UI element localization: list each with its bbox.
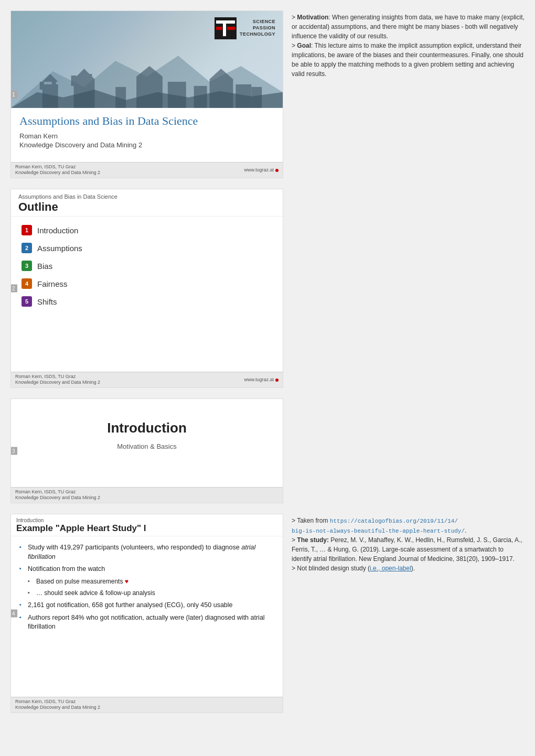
slide-card-3: Introduction Motivation & Basics Roman K… [10, 398, 283, 503]
study-label: The study: [297, 536, 329, 544]
slide1-content: Assumptions and Bias in Data Science Rom… [11, 108, 283, 154]
svg-rect-2 [223, 20, 226, 36]
slide4-title: Example "Apple Heart Study" I [16, 523, 277, 534]
list-item: … should seek advice & follow-up analysi… [19, 587, 274, 599]
tu-text: SCIENCE PASSION TECHNOLOGY [240, 19, 275, 37]
open-label-link[interactable]: i.e., open-label [370, 565, 411, 572]
outline-num-4: 4 [22, 278, 32, 289]
note-the-study: > The study: Perez, M. V., Mahaffey, K. … [292, 535, 525, 564]
tu-graz-logo-icon [215, 17, 237, 39]
bullet-list: Study with 419,297 participants (volunte… [19, 542, 274, 633]
slide-course: Knowledge Discovery and Data Mining 2 [19, 141, 274, 149]
outline-label-1: Introduction [37, 226, 78, 235]
outline-item-5: 5 Shifts [22, 296, 272, 307]
outline-item-1: 1 Introduction [22, 225, 272, 235]
page-container: SCIENCE PASSION TECHNOLOGY [0, 0, 535, 723]
slide-image-area: SCIENCE PASSION TECHNOLOGY [11, 11, 283, 108]
slide-footer-4: Roman Kern, ISDS, TU Graz Knowledge Disc… [11, 697, 283, 712]
goal-label: Goal [297, 42, 311, 49]
outline-item-2: 2 Assumptions [22, 243, 272, 253]
slide-number-badge-1: 1 [10, 91, 17, 99]
slide-author: Roman Kern [19, 132, 274, 140]
note-taken-from: > Taken from https://catalogofbias.org/2… [292, 516, 525, 535]
footer-dot-icon [275, 169, 279, 172]
slide-footer-left-3: Roman Kern, ISDS, TU Graz Knowledge Disc… [15, 489, 100, 501]
slide-notes-2 [292, 189, 525, 388]
outline-num-5: 5 [22, 296, 32, 307]
outline-label-5: Shifts [37, 297, 57, 306]
slide2-header: Assumptions and Bias in Data Science Out… [11, 189, 283, 217]
slide-footer-2: Roman Kern, ISDS, TU Graz Knowledge Disc… [11, 372, 283, 387]
slide-footer-left-4: Roman Kern, ISDS, TU Graz Knowledge Disc… [15, 699, 100, 711]
slide-footer-left-2: Roman Kern, ISDS, TU Graz Knowledge Disc… [15, 374, 100, 386]
slide-notes-4: > Taken from https://catalogofbias.org/2… [292, 514, 525, 713]
slide-footer-right-2: www.tugraz.at [244, 377, 279, 382]
tu-logo-area: SCIENCE PASSION TECHNOLOGY [215, 17, 275, 39]
intro-section-subtitle: Motivation & Basics [22, 442, 272, 450]
svg-rect-11 [71, 75, 77, 86]
slide-number-badge-4: 4 [10, 610, 17, 618]
slide-row-3: Introduction Motivation & Basics Roman K… [10, 398, 525, 503]
slide-row-2: Assumptions and Bias in Data Science Out… [10, 189, 525, 388]
slide4-sub: Introduction [16, 517, 277, 523]
slide-card-4: Introduction Example "Apple Heart Study"… [10, 514, 283, 713]
slide2-sub: Assumptions and Bias in Data Science [18, 193, 275, 200]
svg-rect-3 [216, 27, 222, 30]
motivation-label: Motivation [297, 14, 328, 21]
footer-dot-2-icon [275, 379, 279, 382]
list-item: Notification from the watch [19, 563, 274, 576]
slide2-body: 1 Introduction 2 Assumptions 3 Bias 4 Fa… [11, 217, 283, 322]
outline-label-3: Bias [37, 262, 52, 271]
outline-label-4: Fairness [37, 279, 68, 288]
outline-num-1: 1 [22, 225, 32, 235]
slide-footer-1: Roman Kern, ISDS, TU Graz Knowledge Disc… [11, 162, 283, 178]
note-motivation: > Motivation: When generating insights f… [292, 13, 525, 41]
outline-label-2: Assumptions [37, 244, 82, 253]
slide-card-1: SCIENCE PASSION TECHNOLOGY [10, 10, 283, 178]
slide2-title: Outline [18, 200, 275, 214]
slide4-header: Introduction Example "Apple Heart Study"… [11, 514, 283, 536]
list-item: Based on pulse measurements ♥ [19, 576, 274, 588]
list-item: Study with 419,297 participants (volunte… [19, 542, 274, 563]
slide-footer-3: Roman Kern, ISDS, TU Graz Knowledge Disc… [11, 487, 283, 503]
tu-logo-box: SCIENCE PASSION TECHNOLOGY [215, 17, 275, 39]
heart-icon: ♥ [125, 578, 129, 585]
slide-notes-3 [292, 398, 525, 503]
svg-rect-7 [40, 82, 44, 90]
svg-rect-4 [227, 27, 235, 30]
slide-number-badge-2: 2 [10, 285, 17, 293]
catalog-link[interactable]: https://catalogofbias.org/2019/11/14/big… [292, 518, 465, 534]
slide-title: Assumptions and Bias in Data Science [19, 114, 274, 128]
note-goal: > Goal: This lecture aims to make the im… [292, 41, 525, 79]
svg-rect-8 [52, 81, 56, 90]
slide-card-2: Assumptions and Bias in Data Science Out… [10, 189, 283, 388]
slide-notes-1: > Motivation: When generating insights f… [292, 10, 525, 178]
outline-item-4: 4 Fairness [22, 278, 272, 289]
slide-footer-right: www.tugraz.at [244, 167, 279, 172]
slide-footer-left: Roman Kern, ISDS, TU Graz Knowledge Disc… [15, 164, 100, 176]
outline-num-2: 2 [22, 243, 32, 253]
note-blinded: > Not blinded design study (i.e., open-l… [292, 564, 525, 573]
list-item: 2,161 got notification, 658 got further … [19, 599, 274, 612]
list-item: Authors report 84% who got notification,… [19, 612, 274, 633]
italic-term: atrial fibrillation [28, 544, 255, 560]
slide4-body: Study with 419,297 participants (volunte… [11, 536, 283, 639]
mountain-silhouette-icon [11, 40, 283, 108]
intro-section: Introduction Motivation & Basics [11, 399, 283, 482]
outline-num-3: 3 [22, 261, 32, 271]
slide-row-1: SCIENCE PASSION TECHNOLOGY [10, 10, 525, 178]
slide-row-4: Introduction Example "Apple Heart Study"… [10, 514, 525, 713]
outline-item-3: 3 Bias [22, 261, 272, 271]
intro-section-title: Introduction [22, 420, 272, 436]
slide-number-badge-3: 3 [10, 447, 17, 455]
